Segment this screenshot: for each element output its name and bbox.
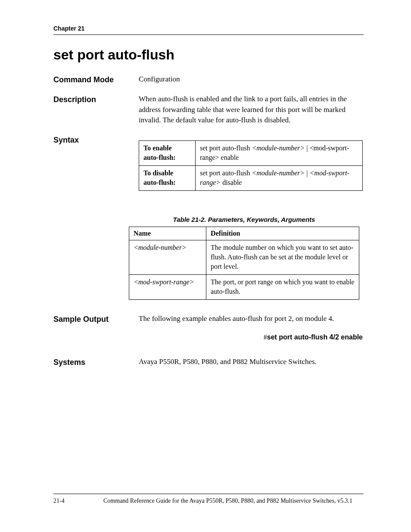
param-table: Name Definition <module-number> The modu…	[129, 227, 359, 300]
text-description: When auto-flush is enabled and the link …	[139, 94, 364, 126]
param-header-def: Definition	[206, 227, 359, 240]
param-name-0: <module-number>	[129, 240, 206, 275]
footer-line: 21-4 Command Reference Guide for the Ava…	[53, 498, 364, 504]
footer: 21-4 Command Reference Guide for the Ava…	[53, 494, 364, 504]
row-command-mode: Command Mode Configuration	[53, 74, 364, 85]
label-systems: Systems	[53, 357, 139, 368]
param-table-caption: Table 21-2. Parameters, Keywords, Argume…	[129, 216, 359, 223]
syntax-row-enable: To enable auto-flush: set port auto-flus…	[139, 141, 363, 166]
param-row-0: <module-number> The module number on whi…	[129, 240, 359, 275]
page: Chapter 21 set port auto-flush Command M…	[0, 0, 411, 532]
sample-cmd-text: set port auto-flush 4/2 enable	[267, 333, 363, 341]
row-sample-output: Sample Output The following example enab…	[53, 314, 364, 342]
param-name-1: <mod-swport-range>	[129, 275, 206, 300]
syntax-left-disable: To disable auto-flush:	[139, 166, 196, 191]
sample-command: #set port auto-flush 4/2 enable	[139, 332, 364, 342]
label-command-mode: Command Mode	[53, 74, 139, 85]
label-sample-output: Sample Output	[53, 314, 139, 325]
row-syntax: Syntax To enable auto-flush: set port au…	[53, 134, 364, 191]
footer-text: Command Reference Guide for the Avaya P5…	[92, 498, 364, 504]
sample-hash: #	[264, 333, 267, 341]
label-description: Description	[53, 94, 139, 105]
syntax-content: To enable auto-flush: set port auto-flus…	[139, 134, 364, 191]
row-description: Description When auto-flush is enabled a…	[53, 94, 364, 126]
syntax-right-disable: set port auto-flush <module-number> | <m…	[196, 166, 363, 191]
param-header-row: Name Definition	[129, 227, 359, 240]
syntax-row-disable: To disable auto-flush: set port auto-flu…	[139, 166, 363, 191]
footer-page-number: 21-4	[53, 498, 92, 504]
text-command-mode: Configuration	[139, 74, 364, 85]
param-def-0: The module number on which you want to s…	[206, 240, 359, 275]
page-title: set port auto-flush	[53, 47, 364, 63]
syntax-right-enable: set port auto-flush <module-number> | <m…	[196, 141, 363, 166]
running-head: Chapter 21	[53, 25, 364, 34]
text-systems: Avaya P550R, P580, P880, and P882 Multis…	[139, 357, 364, 367]
syntax-left-enable: To enable auto-flush:	[139, 141, 196, 166]
param-header-name: Name	[129, 227, 206, 240]
label-syntax: Syntax	[53, 134, 139, 146]
footer-rule	[53, 494, 364, 494]
text-sample-output: The following example enables auto-flush…	[139, 314, 364, 342]
header-rule	[53, 34, 364, 35]
syntax-table: To enable auto-flush: set port auto-flus…	[139, 140, 363, 191]
row-systems: Systems Avaya P550R, P580, P880, and P88…	[53, 357, 364, 368]
param-row-1: <mod-swport-range> The port, or port ran…	[129, 275, 359, 300]
param-def-1: The port, or port range on which you wan…	[206, 275, 359, 300]
